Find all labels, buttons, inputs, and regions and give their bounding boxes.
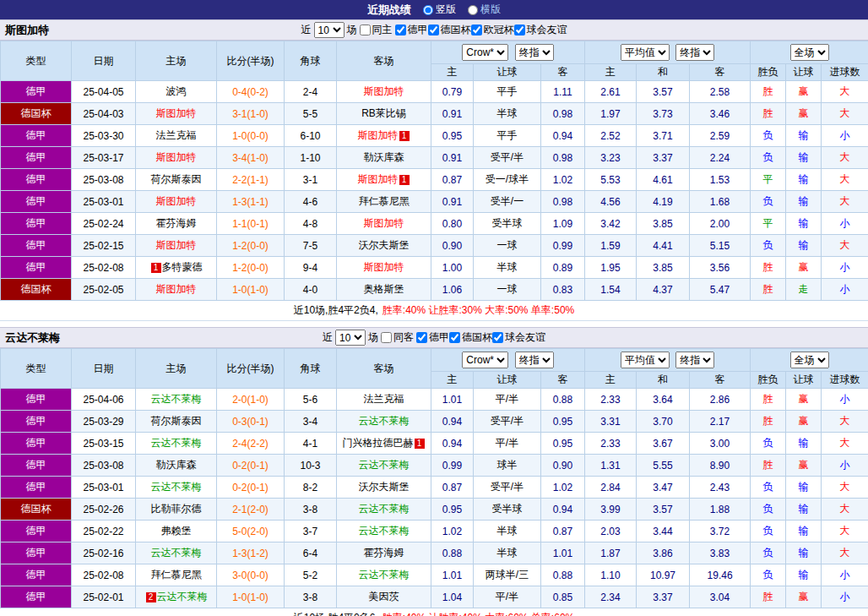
company-select[interactable]: Crow* (462, 44, 508, 61)
score-cell[interactable]: 1-0(0-0) (217, 125, 285, 147)
team-name[interactable]: 奥格斯堡 (364, 283, 404, 295)
match-count-select[interactable]: 10 (335, 330, 366, 346)
team-name[interactable]: 斯图加特 (156, 195, 197, 207)
team-name[interactable]: 云达不莱梅 (359, 503, 410, 515)
avg-draw-cell: 3.57 (637, 499, 690, 521)
team-name[interactable]: 多特蒙德 (162, 261, 203, 273)
team-name[interactable]: 斯图加特 (364, 261, 404, 273)
score-cell[interactable]: 0-2(0-1) (217, 455, 285, 477)
team-name[interactable]: RB莱比锡 (361, 107, 406, 119)
col-header-odds-home: 主 (431, 372, 474, 389)
league-checkbox[interactable] (449, 332, 460, 343)
score-cell[interactable]: 3-4(1-0) (217, 147, 285, 169)
team-name[interactable]: 云达不莱梅 (151, 481, 202, 493)
same-venue-checkbox[interactable] (381, 332, 392, 343)
team-name[interactable]: 云达不莱梅 (359, 569, 410, 581)
score-cell[interactable]: 3-0(0-0) (217, 564, 285, 586)
layout-vertical-option[interactable]: 竖版 (423, 3, 456, 17)
team-name[interactable]: 霍芬海姆 (364, 547, 404, 559)
average-select[interactable]: 平均值 (621, 44, 670, 61)
same-venue-filter[interactable]: 同客 (381, 330, 414, 345)
team-name[interactable]: 斯图加特 (156, 283, 197, 295)
avg-home-cell: 2.34 (585, 586, 637, 608)
league-checkbox[interactable] (416, 332, 427, 343)
average-select-group: 平均值 终指 (585, 349, 751, 372)
league-filter[interactable]: 欧冠杯 (471, 23, 514, 37)
team-name[interactable]: 霍芬海姆 (156, 217, 197, 229)
team-name[interactable]: 美因茨 (369, 591, 399, 602)
team-name[interactable]: 波鸿 (166, 85, 187, 97)
league-filter[interactable]: 球会友谊 (492, 330, 545, 345)
score-cell[interactable]: 5-0(2-0) (217, 521, 285, 542)
team-name[interactable]: 拜仁慕尼黑 (151, 569, 202, 581)
score-cell[interactable]: 2-4(2-2) (217, 433, 285, 455)
score-cell[interactable]: 1-0(1-0) (217, 279, 285, 301)
odds-stage-select[interactable]: 终指 (515, 44, 554, 61)
team-name[interactable]: 比勒菲尔德 (151, 503, 202, 515)
league-checkbox[interactable] (514, 25, 525, 35)
team-name[interactable]: 弗赖堡 (161, 525, 192, 537)
same-venue-filter[interactable]: 同主 (360, 23, 393, 37)
league-checkbox[interactable] (395, 25, 406, 35)
odds-stage-select[interactable]: 终指 (515, 352, 554, 368)
horizontal-radio[interactable] (468, 5, 478, 15)
league-checkbox[interactable] (471, 25, 482, 35)
score-cell[interactable]: 1-2(0-0) (217, 235, 285, 257)
league-filter[interactable]: 德甲 (416, 330, 449, 345)
team-name[interactable]: 法兰克福 (364, 393, 404, 405)
same-venue-checkbox[interactable] (360, 25, 371, 35)
score-cell[interactable]: 1-2(0-0) (217, 257, 285, 279)
score-cell[interactable]: 1-1(0-1) (217, 213, 285, 235)
vertical-radio[interactable] (423, 5, 433, 15)
layout-horizontal-option[interactable]: 横版 (468, 3, 501, 17)
team-name[interactable]: 斯图加特 (364, 85, 404, 97)
team-name[interactable]: 沃尔夫斯堡 (359, 239, 410, 251)
team-name[interactable]: 云达不莱梅 (359, 525, 410, 537)
team-name[interactable]: 云达不莱梅 (157, 591, 208, 602)
team-name[interactable]: 斯图加特 (358, 129, 399, 141)
match-count-select[interactable]: 10 (314, 22, 344, 38)
score-cell[interactable]: 0-3(0-1) (217, 411, 285, 433)
team-name[interactable]: 云达不莱梅 (151, 437, 202, 449)
team-name[interactable]: 斯图加特 (364, 217, 404, 229)
league-checkbox[interactable] (428, 25, 439, 35)
team-name[interactable]: 沃尔夫斯堡 (359, 481, 410, 493)
team-name[interactable]: 荷尔斯泰因 (151, 415, 202, 427)
league-filter[interactable]: 德国杯 (449, 330, 492, 345)
league-cell: 德甲 (1, 564, 72, 586)
average-select[interactable]: 平均值 (621, 352, 670, 368)
odds-home-cell: 1.06 (431, 279, 474, 301)
team-name[interactable]: 云达不莱梅 (359, 415, 410, 427)
team-name[interactable]: 云达不莱梅 (359, 459, 410, 471)
team-name[interactable]: 云达不莱梅 (151, 547, 202, 559)
league-filter[interactable]: 德国杯 (428, 23, 471, 37)
team-name[interactable]: 斯图加特 (156, 239, 197, 251)
team-name[interactable]: 拜仁慕尼黑 (359, 195, 410, 207)
team-name[interactable]: 荷尔斯泰因 (151, 173, 202, 185)
fulltime-select[interactable]: 全场 (790, 44, 829, 61)
score-cell[interactable]: 1-3(1-1) (217, 191, 285, 213)
team-name[interactable]: 斯图加特 (156, 107, 197, 119)
score-cell[interactable]: 0-2(0-1) (217, 477, 285, 499)
league-filter[interactable]: 德甲 (395, 23, 428, 37)
score-cell[interactable]: 2-2(1-1) (217, 169, 285, 191)
average-stage-select[interactable]: 终指 (675, 44, 714, 61)
team-name[interactable]: 云达不莱梅 (151, 393, 202, 405)
team-name[interactable]: 法兰克福 (156, 129, 197, 141)
team-name[interactable]: 斯图加特 (156, 151, 197, 163)
team-name[interactable]: 勒沃库森 (156, 459, 197, 471)
score-cell[interactable]: 1-3(1-2) (217, 542, 285, 564)
company-select[interactable]: Crow* (462, 352, 508, 368)
team-name[interactable]: 斯图加特 (358, 173, 399, 185)
score-cell[interactable]: 0-4(0-2) (217, 81, 285, 103)
team-name[interactable]: 门兴格拉德巴赫 (343, 437, 414, 449)
fulltime-select[interactable]: 全场 (790, 352, 829, 368)
team-name[interactable]: 勒沃库森 (364, 151, 404, 163)
league-filter[interactable]: 球会友谊 (514, 23, 567, 37)
average-stage-select[interactable]: 终指 (675, 352, 714, 368)
score-cell[interactable]: 2-0(1-0) (217, 389, 285, 411)
score-cell[interactable]: 1-0(1-0) (217, 586, 285, 608)
score-cell[interactable]: 2-1(2-0) (217, 499, 285, 521)
league-checkbox[interactable] (492, 332, 503, 343)
score-cell[interactable]: 3-1(1-0) (217, 103, 285, 125)
